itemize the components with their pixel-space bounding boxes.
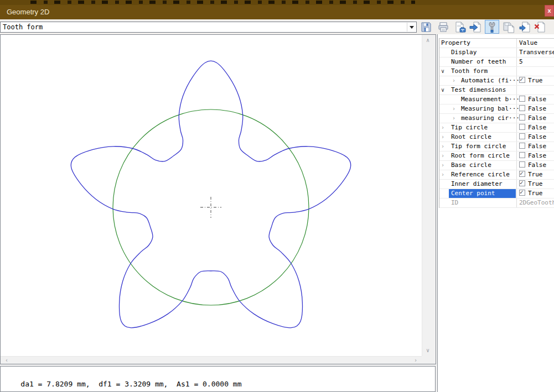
- dimension-status-text: da1 = 7.8209 mm, df1 = 3.3209 mm, As1 = …: [20, 380, 241, 388]
- print-button[interactable]: [436, 20, 451, 34]
- scrollbar-corner: [422, 356, 436, 364]
- grid-header-row: Property Value: [439, 39, 554, 48]
- scroll-left-arrow[interactable]: ‹: [5, 358, 8, 363]
- checkbox-unchecked-icon[interactable]: [519, 124, 525, 130]
- title-bar[interactable]: Geometry 2D x: [0, 5, 554, 19]
- checkbox-unchecked-icon[interactable]: [519, 152, 525, 158]
- import-icon: [519, 21, 531, 33]
- checkbox-unchecked-icon[interactable]: [519, 143, 525, 149]
- wrench-icon: [486, 21, 498, 33]
- scroll-up-arrow[interactable]: ∧: [426, 38, 429, 43]
- screen-artifact-dashes: [30, 1, 415, 4]
- checkbox-unchecked-icon[interactable]: [519, 114, 525, 121]
- checkbox-checked-icon[interactable]: ✓: [519, 77, 525, 83]
- chevron-right-icon[interactable]: ›: [441, 142, 444, 151]
- scroll-down-arrow[interactable]: ∨: [426, 348, 429, 353]
- chevron-right-icon[interactable]: ›: [452, 76, 455, 85]
- prop-group-test-dimensions[interactable]: ∨ Test dimensions: [439, 86, 554, 95]
- chevron-down-icon[interactable]: ∨: [441, 67, 444, 76]
- prop-row-measuring-balls[interactable]: › Measuring bal··· False: [439, 104, 554, 114]
- save-button[interactable]: [419, 20, 433, 34]
- gear-tooth-profile: [71, 61, 351, 328]
- chevron-down-icon: [410, 26, 414, 29]
- close-button[interactable]: x: [545, 5, 554, 17]
- prop-row-measuring-circle[interactable]: › measuring cir··· False: [439, 114, 554, 123]
- chevron-right-icon[interactable]: ›: [441, 133, 444, 142]
- delete-button[interactable]: [532, 20, 547, 34]
- value-column-header: Value: [517, 39, 554, 48]
- combobox-value: Tooth form: [3, 23, 43, 31]
- chevron-right-icon[interactable]: ›: [452, 114, 455, 123]
- checkbox-checked-icon[interactable]: ✓: [519, 190, 525, 196]
- scroll-right-arrow[interactable]: ›: [414, 358, 417, 363]
- reference-circle: [113, 109, 309, 305]
- prop-row-automatic[interactable]: › Automatic (fi··· ✓True: [439, 76, 554, 86]
- prop-row-base-circle[interactable]: › Base circle False: [439, 161, 554, 170]
- prop-row-number-of-teeth[interactable]: Number of teeth 5: [439, 58, 554, 67]
- chevron-down-icon[interactable]: ∨: [441, 86, 444, 95]
- checkbox-unchecked-icon[interactable]: [519, 133, 525, 139]
- prop-row-display[interactable]: Display Transverse: [439, 48, 554, 58]
- status-bar: da1 = 7.8209 mm, df1 = 3.3209 mm, As1 = …: [0, 366, 436, 392]
- prop-row-measurement[interactable]: Measurement b··· False: [439, 95, 554, 104]
- property-grid: Property Value Display Transverse Number…: [439, 38, 554, 208]
- save-as-button[interactable]: [501, 20, 516, 34]
- prop-row-root-form-circle[interactable]: › Root form circle False: [439, 151, 554, 161]
- checkbox-checked-icon[interactable]: ✓: [519, 171, 525, 177]
- view-select-combobox[interactable]: Tooth form: [0, 22, 417, 33]
- print-icon: [437, 21, 449, 33]
- export-icon: [469, 21, 481, 33]
- checkbox-unchecked-icon[interactable]: [519, 96, 525, 102]
- prop-group-tooth-form[interactable]: ∨ Tooth form: [439, 67, 554, 76]
- checkbox-checked-icon[interactable]: ✓: [519, 180, 525, 186]
- prop-row-tip-circle[interactable]: › Tip circle False: [439, 123, 554, 133]
- chevron-right-icon[interactable]: ›: [452, 104, 455, 113]
- gear-canvas-svg: [1, 35, 422, 356]
- combobox-dropdown-button[interactable]: [407, 23, 416, 32]
- prop-row-root-circle[interactable]: › Root circle False: [439, 133, 554, 142]
- geometry-2d-window: Geometry 2D x Tooth form: [0, 0, 554, 392]
- import-button[interactable]: [517, 20, 532, 34]
- settings-button[interactable]: [485, 20, 499, 34]
- horizontal-scrollbar[interactable]: ‹ ›: [1, 356, 422, 364]
- property-column-header: Property: [441, 39, 470, 48]
- property-panel: Property Value Display Transverse Number…: [437, 34, 554, 392]
- drawing-canvas[interactable]: [1, 35, 422, 356]
- chevron-right-icon[interactable]: ›: [441, 170, 444, 179]
- drawing-panel: ∧ ∨ ‹ ›: [0, 34, 436, 364]
- report-button[interactable]: [453, 20, 467, 34]
- delete-icon: [534, 21, 546, 33]
- checkbox-unchecked-icon[interactable]: [519, 105, 525, 111]
- window-top-edge: [0, 0, 554, 5]
- prop-row-tip-form-circle[interactable]: › Tip form circle False: [439, 142, 554, 151]
- chevron-right-icon[interactable]: ›: [441, 151, 444, 160]
- save-as-icon: [503, 21, 515, 33]
- vertical-scrollbar[interactable]: ∧ ∨: [422, 35, 436, 356]
- chevron-right-icon[interactable]: ›: [441, 123, 444, 132]
- chevron-right-icon[interactable]: ›: [441, 161, 444, 170]
- prop-row-inner-diameter[interactable]: Inner diameter ✓True: [439, 180, 554, 189]
- prop-row-center-point[interactable]: Center point ✓True: [439, 189, 554, 198]
- export-button[interactable]: [468, 20, 483, 34]
- report-icon: [454, 21, 466, 33]
- toolbar: Tooth form: [0, 19, 554, 34]
- page-title: Geometry 2D: [7, 8, 49, 16]
- checkbox-unchecked-icon[interactable]: [519, 161, 525, 168]
- save-icon: [420, 21, 432, 33]
- prop-row-id[interactable]: ID 2DGeoToothI: [439, 198, 554, 208]
- prop-row-reference-circle[interactable]: › Reference circle ✓True: [439, 170, 554, 180]
